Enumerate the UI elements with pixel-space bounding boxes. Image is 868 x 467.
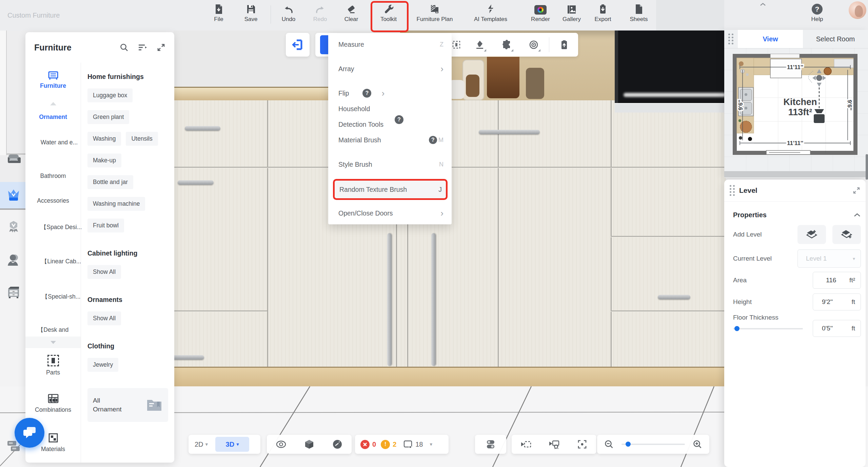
- undo-button[interactable]: Undo: [272, 2, 305, 23]
- help-button[interactable]: ? Help: [801, 2, 833, 23]
- warning-count[interactable]: 2: [393, 441, 396, 448]
- search-icon[interactable]: [119, 43, 129, 52]
- views-count[interactable]: 18: [415, 441, 423, 448]
- tag-washing[interactable]: Washing: [87, 132, 121, 146]
- rail-profile-icon[interactable]: [6, 253, 21, 268]
- floorplan-scrollbar[interactable]: [724, 171, 866, 177]
- settings-toggles-button[interactable]: [486, 439, 496, 450]
- rail-vip-crown-icon[interactable]: [6, 187, 21, 202]
- tag-show-all-ornaments[interactable]: Show All: [87, 311, 121, 325]
- tab-view[interactable]: View: [738, 30, 803, 48]
- 3d-box-button[interactable]: [300, 439, 319, 449]
- exit-tool-button[interactable]: [286, 33, 310, 57]
- rail-sofa-icon[interactable]: [6, 152, 21, 167]
- redo-button[interactable]: Redo: [304, 2, 336, 23]
- plugins-button[interactable]: [500, 39, 513, 51]
- menu-item-detection-tools[interactable]: Detection Tools: [328, 117, 452, 132]
- help-badge-icon[interactable]: ?: [362, 89, 371, 98]
- menu-item-material-brush[interactable]: Material Brush ? M: [328, 132, 452, 148]
- focus-center-button[interactable]: [573, 439, 592, 449]
- tag-fruit-bowl[interactable]: Fruit bowl: [87, 219, 124, 232]
- file-button[interactable]: File: [202, 2, 235, 23]
- floor-thickness-input[interactable]: 0'5'' ft: [813, 320, 861, 337]
- zoom-in-button[interactable]: [692, 439, 703, 449]
- toolbar-collapse-icon[interactable]: [760, 2, 766, 7]
- caret-down-icon[interactable]: ▾: [430, 441, 433, 447]
- mode-3d-button[interactable]: 3D▾: [215, 437, 249, 452]
- menu-item-household[interactable]: Household: [328, 101, 452, 117]
- height-input[interactable]: 9'2'' ft: [813, 293, 861, 310]
- expand-panel-icon[interactable]: [853, 187, 860, 194]
- menu-item-style-brush[interactable]: Style Brush N: [328, 157, 452, 172]
- current-level-select[interactable]: Level 1 ▾: [797, 249, 861, 268]
- menu-item-array[interactable]: Array ›: [328, 61, 452, 77]
- category-desk[interactable]: 【Desk and: [25, 326, 81, 334]
- performance-meter-button[interactable]: [328, 439, 347, 449]
- window-scrollbar-thumb[interactable]: [866, 154, 868, 180]
- floorplan-area[interactable]: 11'11'' 11'11'' 9'6'' 9'6'' Kitchen 113f…: [724, 48, 868, 171]
- collapse-section-icon[interactable]: [853, 212, 861, 217]
- menu-item-open-close-doors[interactable]: Open/Close Doors ›: [328, 205, 452, 221]
- ai-templates-button[interactable]: AI Templates: [467, 2, 514, 23]
- menu-item-random-texture-brush[interactable]: Random Texture Brush J: [333, 179, 448, 200]
- drag-handle-icon[interactable]: [730, 185, 735, 196]
- paint-tool-button[interactable]: [473, 39, 486, 51]
- tab-parts[interactable]: Parts: [25, 355, 81, 377]
- toolkit-button[interactable]: Toolkit: [372, 2, 405, 23]
- visibility-eye-button[interactable]: [272, 440, 291, 449]
- add-level-above-button[interactable]: [797, 225, 826, 244]
- sheets-button[interactable]: Sheets: [623, 2, 655, 23]
- jar-contents: [466, 75, 479, 97]
- upload-tool-button[interactable]: [558, 39, 570, 51]
- tab-combinations[interactable]: Combinations: [25, 393, 81, 414]
- user-avatar[interactable]: [849, 1, 866, 19]
- tag-jewelry[interactable]: Jewelry: [87, 358, 118, 372]
- tag-show-all-lighting[interactable]: Show All: [87, 265, 121, 279]
- zoom-slider[interactable]: [622, 444, 685, 445]
- furniture-plan-button[interactable]: Furniture Plan: [411, 2, 458, 23]
- tag-bottle-and-jar[interactable]: Bottle and jar: [87, 175, 133, 189]
- camera-settings-button[interactable]: [545, 440, 564, 449]
- export-button[interactable]: Export: [587, 2, 619, 23]
- tag-luggage-box[interactable]: Luggage box: [87, 88, 133, 102]
- zoom-out-button[interactable]: [604, 439, 614, 449]
- target-tool-button[interactable]: [528, 39, 540, 51]
- render-button[interactable]: Render: [524, 2, 557, 23]
- save-button[interactable]: Save: [235, 2, 267, 23]
- tab-select-room[interactable]: Select Room: [803, 30, 868, 48]
- tools-divider: [549, 37, 549, 52]
- dim-left: 9'6'': [737, 100, 744, 110]
- menu-item-measure[interactable]: Measure Z: [328, 37, 452, 52]
- help-badge-icon[interactable]: ?: [429, 136, 437, 144]
- zoom-slider-thumb[interactable]: [626, 442, 631, 447]
- error-count[interactable]: 0: [372, 441, 376, 448]
- add-level-below-button[interactable]: [832, 225, 861, 244]
- tag-washing-machine[interactable]: Washing machine: [87, 197, 145, 211]
- category-furniture[interactable]: Furniture: [25, 69, 81, 90]
- area-input[interactable]: 116 ft²: [813, 272, 861, 289]
- clear-button[interactable]: Clear: [335, 2, 368, 23]
- rail-cabinet-icon[interactable]: [6, 285, 21, 300]
- scroll-up-icon[interactable]: [25, 102, 81, 105]
- tag-utensils[interactable]: Utensils: [126, 132, 158, 146]
- camera-view-button[interactable]: [516, 440, 535, 449]
- room-area: 113ft²: [788, 107, 812, 117]
- combinations-icon: [25, 393, 81, 404]
- gallery-button[interactable]: Gallery: [555, 2, 588, 23]
- menu-item-flip[interactable]: Flip ? ›: [328, 85, 452, 101]
- category-ornament[interactable]: Ornament: [25, 113, 81, 121]
- tag-make-up[interactable]: Make-up: [87, 154, 121, 167]
- cabinet-seam: [611, 236, 726, 237]
- filter-icon[interactable]: [138, 43, 148, 52]
- category-bathroom[interactable]: Bathroom: [25, 172, 81, 180]
- all-ornament-card[interactable]: All Ornament: [87, 388, 168, 422]
- scroll-down-button[interactable]: [25, 337, 81, 348]
- expand-panel-icon[interactable]: [157, 43, 165, 52]
- marquee-select-button[interactable]: [450, 39, 462, 51]
- drag-handle-icon[interactable]: [724, 30, 738, 48]
- tag-green-plant[interactable]: Green plant: [87, 110, 129, 124]
- category-accessories[interactable]: Accessories: [25, 197, 81, 205]
- rail-badge-icon[interactable]: [6, 220, 21, 235]
- chat-button[interactable]: [15, 418, 44, 448]
- mode-2d-button[interactable]: 2D▾: [195, 441, 208, 448]
